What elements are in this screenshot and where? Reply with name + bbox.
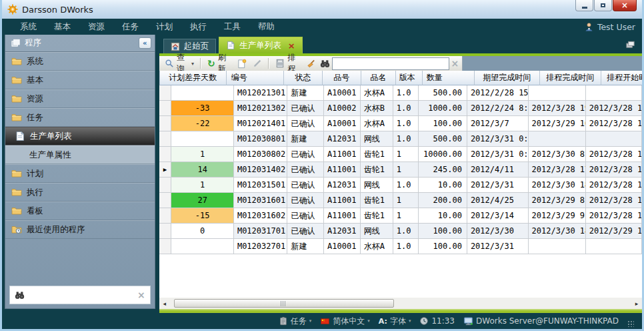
- sidebar-item[interactable]: 生产单属性: [5, 145, 155, 164]
- scroll-left-arrow[interactable]: ◂: [159, 300, 170, 307]
- table-row[interactable]: ▶ 14 M012031402 已确认 A11001 齿轮1 1 245.00 …: [159, 162, 642, 178]
- refresh-button[interactable]: ↻ 刷新: [205, 57, 233, 70]
- column-header[interactable]: 品名: [361, 71, 396, 85]
- column-header[interactable]: 期望完成时间: [475, 71, 540, 85]
- row-marker: ▶: [159, 162, 172, 178]
- cell-version: 1.0: [393, 101, 419, 116]
- sidebar-item[interactable]: 执行: [5, 183, 155, 202]
- restore-icon: [601, 3, 605, 7]
- sidebar-item[interactable]: 系统: [5, 52, 155, 71]
- table-row[interactable]: -22 M012021401 已确认 A10001 水杯A 1.0 100.00…: [159, 116, 642, 131]
- menu-item[interactable]: 计划: [147, 21, 181, 33]
- column-header[interactable]: 计划差异天数: [160, 71, 227, 85]
- sidebar-collapse-button[interactable]: «: [139, 37, 151, 49]
- toolbar-search-clear-icon[interactable]: ×: [451, 59, 459, 68]
- table-row[interactable]: M012021301 新建 A10001 水杯A 1.0 500.00 2012…: [159, 85, 642, 101]
- scrollbar-track[interactable]: [170, 298, 631, 308]
- toolbar-search-input[interactable]: [332, 57, 449, 70]
- sidebar-item[interactable]: 资源: [5, 89, 155, 108]
- clean-button[interactable]: [304, 57, 318, 70]
- table-row[interactable]: 1 M012031501 已确认 A12031 网线 1.0 10.00 201…: [159, 178, 642, 193]
- menu-item[interactable]: 系统: [11, 21, 45, 33]
- sidebar-item[interactable]: 最近使用的程序: [5, 220, 155, 239]
- cell-order-code: M012032701: [234, 239, 288, 254]
- cell-item-name: 网线: [361, 224, 393, 239]
- tab-home[interactable]: 起始页: [163, 39, 217, 53]
- cell-item-no: A12031: [324, 224, 361, 239]
- sidebar-item-label: 资源: [27, 93, 43, 105]
- cell-quantity: 10.00: [419, 178, 467, 193]
- table-row[interactable]: -15 M012031602 已确认 A11001 齿轮1 1 10.00 20…: [159, 208, 642, 224]
- table-row[interactable]: -33 M012021302 已确认 A10002 水杯B 1.0 1000.0…: [159, 101, 642, 116]
- scrollbar-thumb[interactable]: [174, 299, 394, 308]
- cell-status: 已确认: [287, 208, 324, 224]
- title-bar: Darsson DWorks ×: [2, 0, 642, 19]
- chevron-down-icon: ▾: [309, 318, 312, 324]
- tab-close-icon[interactable]: ×: [288, 41, 295, 50]
- restore-button[interactable]: [594, 0, 612, 11]
- toolbar: 查询 ▾ ↻ 刷新: [159, 56, 642, 71]
- cell-order-code: M012021302: [234, 101, 288, 116]
- cell-schedule-start: 2012/3/28 10:52: [586, 101, 642, 116]
- menu-item[interactable]: 帮助: [249, 21, 283, 33]
- user-name: Test User: [597, 22, 635, 32]
- cell-item-no: A12031: [324, 178, 361, 193]
- calculator-icon: [275, 59, 285, 68]
- sidebar-item[interactable]: 基本: [5, 71, 155, 89]
- cell-quantity: 100.00: [419, 239, 467, 254]
- new-button[interactable]: [235, 57, 249, 70]
- sidebar-item[interactable]: 任务: [5, 108, 155, 127]
- minimize-button[interactable]: [575, 0, 593, 11]
- cell-order-code: M012031402: [234, 162, 288, 178]
- table-row[interactable]: 1 M012030802 已确认 A11001 齿轮1 1 10000.00 2…: [159, 147, 642, 162]
- cell-expected-finish: 2012/3/30: [467, 224, 529, 239]
- column-header[interactable]: 状态: [284, 71, 323, 85]
- table-row[interactable]: 0 M012031701 已确认 A12031 网线 1.0 100.00 20…: [159, 224, 642, 239]
- tab-production-order-list[interactable]: 生产单列表 ×: [219, 37, 302, 53]
- sidebar-item-label: 生产单属性: [29, 149, 71, 161]
- tab-strip: 起始页 生产单列表 ×: [159, 35, 642, 53]
- language-menu[interactable]: 简体中文 ▾: [320, 316, 370, 327]
- cell-plan-diff-days: 0: [171, 224, 234, 239]
- sidebar-item[interactable]: 生产单列表: [5, 127, 155, 145]
- windows-stack-icon[interactable]: [625, 39, 635, 49]
- font-menu[interactable]: A: 字体 ▾: [379, 316, 411, 327]
- sidebar-search-clear-icon[interactable]: ×: [137, 290, 145, 300]
- table-row[interactable]: 27 M012031601 已确认 A11001 齿轮1 1 200.00 20…: [159, 193, 642, 208]
- menu-item[interactable]: 任务: [113, 21, 147, 33]
- row-marker: [159, 193, 172, 208]
- broom-icon: [306, 59, 316, 69]
- task-menu[interactable]: 任务 ▾: [279, 316, 312, 327]
- sidebar-item[interactable]: 计划: [5, 164, 155, 183]
- row-marker: [159, 85, 172, 101]
- column-header[interactable]: 数量: [423, 71, 475, 85]
- menu-item[interactable]: 资源: [79, 21, 113, 33]
- column-header[interactable]: 品号: [323, 71, 361, 85]
- close-button[interactable]: ×: [613, 0, 637, 11]
- user-menu[interactable]: Test User: [584, 22, 635, 32]
- scroll-right-arrow[interactable]: ▸: [631, 300, 642, 307]
- sidebar-search-input[interactable]: [28, 290, 134, 300]
- table-row[interactable]: M012030801 新建 A12031 网线 1.0 500.00 2012/…: [159, 131, 642, 147]
- column-header[interactable]: 排程开始时间: [601, 71, 642, 85]
- column-header[interactable]: 排程完成时间: [540, 71, 601, 85]
- table-row[interactable]: M012032701 新建 A10001 水杯A 1.0 100.00 2012…: [159, 239, 642, 254]
- chevron-down-icon: ▾: [409, 318, 411, 324]
- menu-item[interactable]: 工具: [215, 21, 249, 33]
- cell-quantity: 10.00: [419, 208, 467, 224]
- query-button[interactable]: 查询 ▾: [163, 57, 196, 70]
- menu-item[interactable]: 基本: [45, 21, 79, 33]
- cell-version: 1.0: [393, 239, 419, 254]
- clipboard-icon: [279, 316, 288, 326]
- cell-quantity: 10000.00: [419, 147, 467, 162]
- schedule-button[interactable]: 排程: [273, 57, 302, 70]
- resize-grip[interactable]: [627, 320, 634, 327]
- cell-item-name: 水杯A: [361, 116, 393, 131]
- column-header[interactable]: 编号: [227, 71, 284, 85]
- column-header[interactable]: 版本: [396, 71, 423, 85]
- sidebar-spacer: [5, 239, 155, 282]
- sidebar-item[interactable]: 看板: [5, 202, 155, 220]
- cell-expected-finish: 2012/2/28 15:00: [467, 85, 529, 101]
- edit-button[interactable]: [251, 57, 264, 70]
- menu-item[interactable]: 执行: [181, 21, 215, 33]
